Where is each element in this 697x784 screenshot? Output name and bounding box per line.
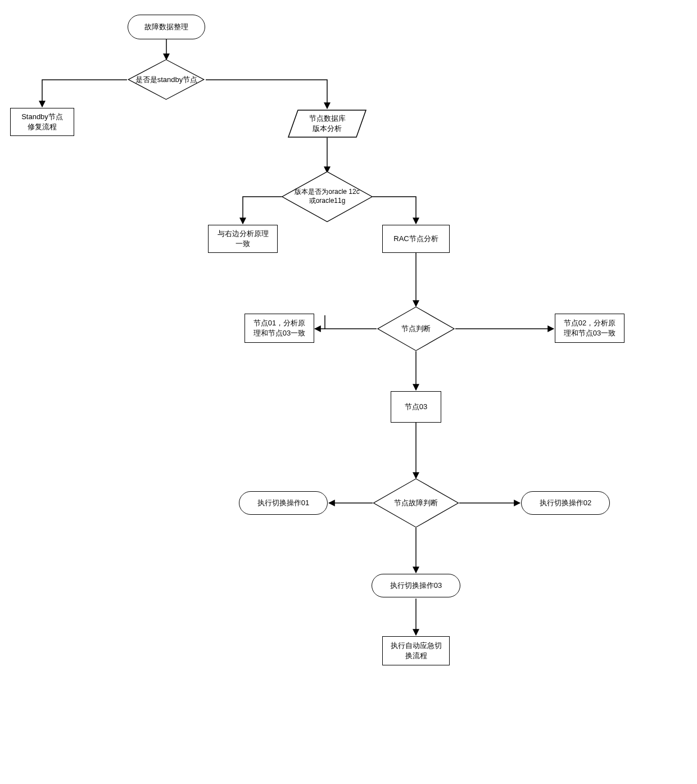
node03-box: 节点03 (391, 391, 441, 423)
same-as-right-label: 与右边分析原理 一致 (218, 229, 269, 249)
decision-node: 节点判断 (377, 306, 455, 351)
node02-label: 节点02，分析原 理和节点03一致 (564, 318, 615, 338)
op03-node: 执行切换操作03 (372, 574, 460, 597)
decision-standby: 是否是standby节点 (127, 60, 206, 100)
decision-fault: 节点故障判断 (373, 478, 459, 528)
standby-repair-label: Standby节点 修复流程 (21, 112, 63, 132)
decision-node-label: 节点判断 (399, 324, 433, 334)
op01-label: 执行切换操作01 (257, 498, 309, 508)
decision-version-label: 版本是否为oracle 12c 或oracle11g (292, 188, 361, 205)
decision-fault-label: 节点故障判断 (392, 499, 440, 508)
same-as-right-node: 与右边分析原理 一致 (208, 225, 278, 253)
standby-repair-node: Standby节点 修复流程 (10, 108, 74, 136)
rac-analysis-label: RAC节点分析 (393, 234, 438, 244)
op02-node: 执行切换操作02 (521, 491, 610, 515)
node01-box: 节点01，分析原 理和节点03一致 (245, 314, 314, 343)
auto-switch-label: 执行自动应急切 换流程 (391, 641, 442, 661)
auto-switch-node: 执行自动应急切 换流程 (382, 636, 450, 665)
start-label: 故障数据整理 (144, 22, 188, 32)
op02-label: 执行切换操作02 (540, 498, 591, 508)
node01-label: 节点01，分析原 理和节点03一致 (254, 318, 305, 338)
decision-version: 版本是否为oracle 12c 或oracle11g (280, 171, 374, 222)
version-analysis-label: 节点数据库 版本分析 (309, 114, 346, 134)
rac-analysis-node: RAC节点分析 (382, 225, 450, 253)
start-node: 故障数据整理 (128, 15, 205, 39)
op01-node: 执行切换操作01 (239, 491, 328, 515)
version-analysis-node: 节点数据库 版本分析 (288, 110, 366, 138)
node02-box: 节点02，分析原 理和节点03一致 (555, 314, 624, 343)
decision-standby-label: 是否是standby节点 (133, 75, 200, 85)
op03-label: 执行切换操作03 (390, 581, 442, 591)
node03-label: 节点03 (405, 402, 427, 412)
